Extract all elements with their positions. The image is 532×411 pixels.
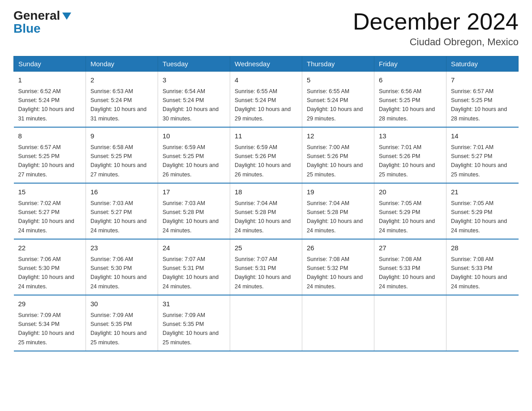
day-number: 20 <box>379 187 442 197</box>
calendar-subtitle: Ciudad Obregon, Mexico <box>353 36 519 48</box>
day-info: Sunrise: 7:06 AMSunset: 5:30 PMDaylight:… <box>18 256 74 290</box>
day-number: 3 <box>163 75 225 86</box>
calendar-day-cell: 2Sunrise: 6:53 AMSunset: 5:24 PMDaylight… <box>86 72 158 128</box>
day-number: 28 <box>451 243 514 253</box>
calendar-day-cell: 19Sunrise: 7:04 AMSunset: 5:28 PMDayligh… <box>302 183 374 239</box>
day-number: 30 <box>90 299 153 309</box>
calendar-day-cell <box>374 295 446 351</box>
day-number: 11 <box>235 131 297 141</box>
day-info: Sunrise: 7:04 AMSunset: 5:28 PMDaylight:… <box>235 200 291 234</box>
calendar-day-cell: 22Sunrise: 7:06 AMSunset: 5:30 PMDayligh… <box>14 239 86 295</box>
calendar-day-cell: 8Sunrise: 6:57 AMSunset: 5:25 PMDaylight… <box>14 127 86 183</box>
day-info: Sunrise: 7:03 AMSunset: 5:28 PMDaylight:… <box>163 200 219 234</box>
calendar-day-cell: 10Sunrise: 6:59 AMSunset: 5:25 PMDayligh… <box>158 127 230 183</box>
day-number: 16 <box>90 187 153 197</box>
day-info: Sunrise: 6:53 AMSunset: 5:24 PMDaylight:… <box>90 88 146 122</box>
page-header: General Blue December 2024 Ciudad Obrego… <box>13 9 519 48</box>
header-row: Sunday Monday Tuesday Wednesday Thursday… <box>14 56 519 72</box>
calendar-day-cell: 14Sunrise: 7:01 AMSunset: 5:27 PMDayligh… <box>446 127 519 183</box>
day-info: Sunrise: 6:59 AMSunset: 5:26 PMDaylight:… <box>235 144 291 178</box>
day-number: 9 <box>90 131 153 141</box>
day-info: Sunrise: 6:57 AMSunset: 5:25 PMDaylight:… <box>18 144 74 178</box>
day-number: 19 <box>307 187 369 197</box>
day-info: Sunrise: 6:59 AMSunset: 5:25 PMDaylight:… <box>163 144 219 178</box>
day-number: 22 <box>18 243 82 253</box>
calendar-day-cell: 13Sunrise: 7:01 AMSunset: 5:26 PMDayligh… <box>374 127 446 183</box>
day-info: Sunrise: 7:09 AMSunset: 5:34 PMDaylight:… <box>18 312 74 346</box>
calendar-day-cell <box>230 295 302 351</box>
col-thursday: Thursday <box>302 56 374 72</box>
calendar-day-cell: 21Sunrise: 7:05 AMSunset: 5:29 PMDayligh… <box>446 183 519 239</box>
day-number: 13 <box>379 131 442 141</box>
day-number: 31 <box>163 299 225 309</box>
day-info: Sunrise: 6:54 AMSunset: 5:24 PMDaylight:… <box>163 88 219 122</box>
day-info: Sunrise: 7:03 AMSunset: 5:27 PMDaylight:… <box>90 200 146 234</box>
day-info: Sunrise: 7:00 AMSunset: 5:26 PMDaylight:… <box>307 144 363 178</box>
day-info: Sunrise: 6:56 AMSunset: 5:25 PMDaylight:… <box>379 88 435 122</box>
title-block: December 2024 Ciudad Obregon, Mexico <box>353 9 519 48</box>
day-number: 6 <box>379 75 442 86</box>
col-friday: Friday <box>374 56 446 72</box>
day-number: 21 <box>451 187 514 197</box>
calendar-table: Sunday Monday Tuesday Wednesday Thursday… <box>13 56 519 351</box>
svg-marker-0 <box>62 13 71 20</box>
calendar-week-row: 15Sunrise: 7:02 AMSunset: 5:27 PMDayligh… <box>14 183 519 239</box>
calendar-week-row: 1Sunrise: 6:52 AMSunset: 5:24 PMDaylight… <box>14 72 519 128</box>
day-info: Sunrise: 7:08 AMSunset: 5:33 PMDaylight:… <box>451 256 507 290</box>
calendar-day-cell: 11Sunrise: 6:59 AMSunset: 5:26 PMDayligh… <box>230 127 302 183</box>
calendar-header: Sunday Monday Tuesday Wednesday Thursday… <box>14 56 519 72</box>
day-number: 1 <box>18 75 82 86</box>
logo: General Blue <box>13 9 72 35</box>
calendar-day-cell: 26Sunrise: 7:08 AMSunset: 5:32 PMDayligh… <box>302 239 374 295</box>
day-info: Sunrise: 7:05 AMSunset: 5:29 PMDaylight:… <box>451 200 507 234</box>
calendar-title: December 2024 <box>353 9 519 34</box>
day-info: Sunrise: 7:09 AMSunset: 5:35 PMDaylight:… <box>163 312 219 346</box>
col-sunday: Sunday <box>14 56 86 72</box>
day-info: Sunrise: 6:57 AMSunset: 5:25 PMDaylight:… <box>451 88 507 122</box>
day-number: 17 <box>163 187 225 197</box>
calendar-body: 1Sunrise: 6:52 AMSunset: 5:24 PMDaylight… <box>14 72 519 351</box>
day-info: Sunrise: 6:55 AMSunset: 5:24 PMDaylight:… <box>235 88 291 122</box>
calendar-day-cell: 29Sunrise: 7:09 AMSunset: 5:34 PMDayligh… <box>14 295 86 351</box>
day-number: 8 <box>18 131 82 141</box>
calendar-day-cell: 24Sunrise: 7:07 AMSunset: 5:31 PMDayligh… <box>158 239 230 295</box>
calendar-day-cell: 16Sunrise: 7:03 AMSunset: 5:27 PMDayligh… <box>86 183 158 239</box>
day-info: Sunrise: 7:09 AMSunset: 5:35 PMDaylight:… <box>90 312 146 346</box>
calendar-week-row: 8Sunrise: 6:57 AMSunset: 5:25 PMDaylight… <box>14 127 519 183</box>
day-number: 29 <box>18 299 82 309</box>
calendar-day-cell: 27Sunrise: 7:08 AMSunset: 5:33 PMDayligh… <box>374 239 446 295</box>
day-info: Sunrise: 7:07 AMSunset: 5:31 PMDaylight:… <box>163 256 219 290</box>
calendar-day-cell <box>302 295 374 351</box>
day-info: Sunrise: 7:01 AMSunset: 5:26 PMDaylight:… <box>379 144 435 178</box>
calendar-week-row: 22Sunrise: 7:06 AMSunset: 5:30 PMDayligh… <box>14 239 519 295</box>
day-number: 27 <box>379 243 442 253</box>
day-number: 15 <box>18 187 82 197</box>
day-number: 2 <box>90 75 153 86</box>
day-number: 4 <box>235 75 297 86</box>
day-info: Sunrise: 7:01 AMSunset: 5:27 PMDaylight:… <box>451 144 507 178</box>
day-info: Sunrise: 7:08 AMSunset: 5:32 PMDaylight:… <box>307 256 363 290</box>
day-number: 26 <box>307 243 369 253</box>
calendar-day-cell: 6Sunrise: 6:56 AMSunset: 5:25 PMDaylight… <box>374 72 446 128</box>
calendar-day-cell: 25Sunrise: 7:07 AMSunset: 5:31 PMDayligh… <box>230 239 302 295</box>
day-number: 14 <box>451 131 514 141</box>
col-tuesday: Tuesday <box>158 56 230 72</box>
day-number: 18 <box>235 187 297 197</box>
calendar-day-cell: 12Sunrise: 7:00 AMSunset: 5:26 PMDayligh… <box>302 127 374 183</box>
calendar-day-cell: 15Sunrise: 7:02 AMSunset: 5:27 PMDayligh… <box>14 183 86 239</box>
day-number: 24 <box>163 243 225 253</box>
calendar-day-cell: 3Sunrise: 6:54 AMSunset: 5:24 PMDaylight… <box>158 72 230 128</box>
day-info: Sunrise: 7:04 AMSunset: 5:28 PMDaylight:… <box>307 200 363 234</box>
day-info: Sunrise: 7:02 AMSunset: 5:27 PMDaylight:… <box>18 200 74 234</box>
calendar-day-cell: 31Sunrise: 7:09 AMSunset: 5:35 PMDayligh… <box>158 295 230 351</box>
col-monday: Monday <box>86 56 158 72</box>
col-wednesday: Wednesday <box>230 56 302 72</box>
day-info: Sunrise: 6:55 AMSunset: 5:24 PMDaylight:… <box>307 88 363 122</box>
day-number: 10 <box>163 131 225 141</box>
calendar-day-cell: 18Sunrise: 7:04 AMSunset: 5:28 PMDayligh… <box>230 183 302 239</box>
calendar-day-cell: 4Sunrise: 6:55 AMSunset: 5:24 PMDaylight… <box>230 72 302 128</box>
day-info: Sunrise: 6:58 AMSunset: 5:25 PMDaylight:… <box>90 144 146 178</box>
calendar-day-cell: 9Sunrise: 6:58 AMSunset: 5:25 PMDaylight… <box>86 127 158 183</box>
day-number: 23 <box>90 243 153 253</box>
day-info: Sunrise: 7:06 AMSunset: 5:30 PMDaylight:… <box>90 256 146 290</box>
